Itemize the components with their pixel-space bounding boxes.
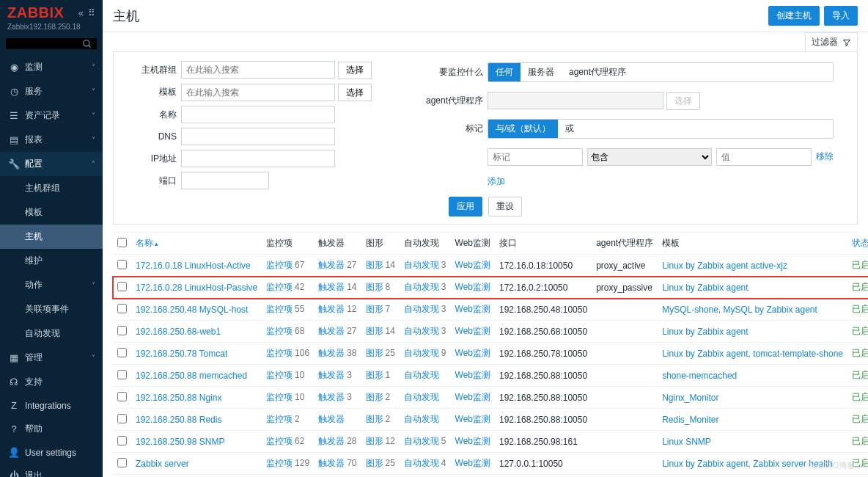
sidebar-item-配置[interactable]: 🔧配置˄: [0, 152, 103, 176]
row-checkbox[interactable]: [117, 370, 127, 379]
items-link[interactable]: 监控项: [266, 348, 293, 358]
items-link[interactable]: 监控项: [266, 304, 293, 314]
graphs-link[interactable]: 图形: [366, 392, 383, 402]
filter-tab[interactable]: 过滤器: [805, 32, 858, 51]
discovery-link[interactable]: 自动发现: [404, 260, 439, 270]
monitor-proxy[interactable]: agent代理程序: [562, 63, 633, 81]
input-dns[interactable]: [181, 128, 335, 145]
sidebar-sub-模板[interactable]: 模板: [0, 200, 103, 225]
sidebar-sub-动作[interactable]: 动作˅: [0, 273, 103, 297]
graphs-link[interactable]: 图形: [366, 458, 383, 468]
discovery-link[interactable]: 自动发现: [404, 282, 439, 292]
graphs-link[interactable]: 图形: [366, 260, 383, 270]
host-name-link[interactable]: 192.168.250.88 memcached: [136, 371, 247, 381]
tag-add[interactable]: 添加: [488, 175, 834, 188]
sidebar-footer-帮助[interactable]: ?帮助: [0, 417, 103, 441]
input-template[interactable]: [181, 84, 335, 101]
status-toggle[interactable]: 已启用: [852, 282, 868, 292]
triggers-link[interactable]: 触发器: [318, 282, 345, 292]
template-link[interactable]: Linux by Zabbix agent, tomcat-template-s…: [662, 349, 843, 359]
import-button[interactable]: 导入: [824, 6, 858, 26]
sidebar-item-监测[interactable]: ◉监测˅: [0, 55, 103, 79]
host-name-link[interactable]: 172.16.0.28 LinuxHost-Passive: [136, 283, 257, 293]
status-toggle[interactable]: 已启用: [852, 370, 868, 380]
row-checkbox[interactable]: [117, 282, 127, 291]
discovery-link[interactable]: 自动发现: [404, 392, 439, 402]
status-toggle[interactable]: 已启用: [852, 260, 868, 270]
host-name-link[interactable]: 192.168.250.68-web1: [136, 327, 221, 337]
tag-operator-select[interactable]: 包含: [587, 148, 712, 166]
sidebar-sub-主机群组[interactable]: 主机群组: [0, 176, 103, 200]
web-link[interactable]: Web监测: [455, 458, 490, 468]
graphs-link[interactable]: 图形: [366, 370, 383, 380]
triggers-link[interactable]: 触发器: [318, 348, 345, 358]
web-link[interactable]: Web监测: [455, 414, 490, 424]
items-link[interactable]: 监控项: [266, 392, 293, 402]
tag-name-input[interactable]: [488, 148, 583, 166]
select-all-checkbox[interactable]: [117, 238, 127, 247]
items-link[interactable]: 监控项: [266, 436, 293, 446]
sidebar-search[interactable]: [6, 38, 97, 49]
row-checkbox[interactable]: [117, 304, 127, 313]
col-status[interactable]: 状态: [847, 233, 868, 255]
sidebar-sub-主机[interactable]: 主机: [0, 225, 103, 249]
monitor-any[interactable]: 任何: [488, 63, 521, 81]
triggers-link[interactable]: 触发器: [318, 304, 345, 314]
tag-value-input[interactable]: [716, 148, 812, 166]
graphs-link[interactable]: 图形: [366, 282, 383, 292]
items-link[interactable]: 监控项: [266, 282, 293, 292]
web-link[interactable]: Web监测: [455, 282, 490, 292]
template-link[interactable]: Linux SNMP: [662, 437, 711, 447]
discovery-link[interactable]: 自动发现: [404, 348, 439, 358]
host-name-link[interactable]: 192.168.250.88 Nginx: [136, 393, 221, 403]
monitor-server[interactable]: 服务器: [521, 63, 562, 81]
sidebar-footer-User settings[interactable]: 👤User settings: [0, 441, 103, 464]
col-name[interactable]: 名称: [131, 233, 262, 255]
sidebar-footer-退出[interactable]: ⏻退出: [0, 464, 103, 477]
host-name-link[interactable]: 192.168.250.98 SNMP: [136, 437, 224, 447]
graphs-link[interactable]: 图形: [366, 436, 383, 446]
sidebar-item-资产记录[interactable]: ☰资产记录˅: [0, 103, 103, 128]
input-name[interactable]: [181, 106, 335, 123]
row-checkbox[interactable]: [117, 458, 127, 467]
status-toggle[interactable]: 已启用: [852, 326, 868, 336]
row-checkbox[interactable]: [117, 436, 127, 445]
items-link[interactable]: 监控项: [266, 260, 293, 270]
web-link[interactable]: Web监测: [455, 348, 490, 358]
web-link[interactable]: Web监测: [455, 260, 490, 270]
discovery-link[interactable]: 自动发现: [404, 436, 439, 446]
monitor-segment[interactable]: 任何 服务器 agent代理程序: [488, 62, 834, 82]
sidebar-footer-支持[interactable]: ☊支持: [0, 370, 103, 394]
tag-mode-andor[interactable]: 与/或（默认）: [488, 120, 558, 138]
collapse-icon[interactable]: «: [78, 7, 84, 18]
host-name-link[interactable]: Zabbix server: [136, 459, 189, 469]
filter-reset-button[interactable]: 重设: [488, 197, 522, 216]
host-name-link[interactable]: 192.168.250.88 Redis: [136, 415, 221, 425]
graphs-link[interactable]: 图形: [366, 414, 383, 424]
discovery-link[interactable]: 自动发现: [404, 370, 439, 380]
triggers-link[interactable]: 触发器: [318, 436, 345, 446]
template-link[interactable]: Nginx_Monitor: [662, 393, 718, 403]
template-link[interactable]: MySQL-shone, MySQL by Zabbix agent: [662, 305, 817, 315]
discovery-link[interactable]: 自动发现: [404, 304, 439, 314]
web-link[interactable]: Web监测: [455, 304, 490, 314]
discovery-link[interactable]: 自动发现: [404, 326, 439, 336]
input-ip[interactable]: [181, 150, 335, 167]
graphs-link[interactable]: 图形: [366, 326, 383, 336]
tag-mode-or[interactable]: 或: [558, 120, 581, 138]
grid-icon[interactable]: ⠿: [88, 7, 95, 18]
template-link[interactable]: Linux by Zabbix agent: [662, 327, 748, 337]
graphs-link[interactable]: 图形: [366, 348, 383, 358]
sidebar-item-服务[interactable]: ◷服务˅: [0, 79, 103, 103]
input-port[interactable]: [181, 172, 269, 189]
triggers-link[interactable]: 触发器: [318, 326, 345, 336]
template-link[interactable]: Linux by Zabbix agent active-xjz: [662, 261, 787, 271]
web-link[interactable]: Web监测: [455, 326, 490, 336]
web-link[interactable]: Web监测: [455, 436, 490, 446]
sidebar-footer-Integrations[interactable]: ZIntegrations: [0, 394, 103, 417]
triggers-link[interactable]: 触发器: [318, 260, 345, 270]
triggers-link[interactable]: 触发器: [318, 458, 345, 468]
web-link[interactable]: Web监测: [455, 370, 490, 380]
input-host-group[interactable]: [181, 61, 335, 79]
sidebar-sub-自动发现[interactable]: 自动发现: [0, 321, 103, 346]
